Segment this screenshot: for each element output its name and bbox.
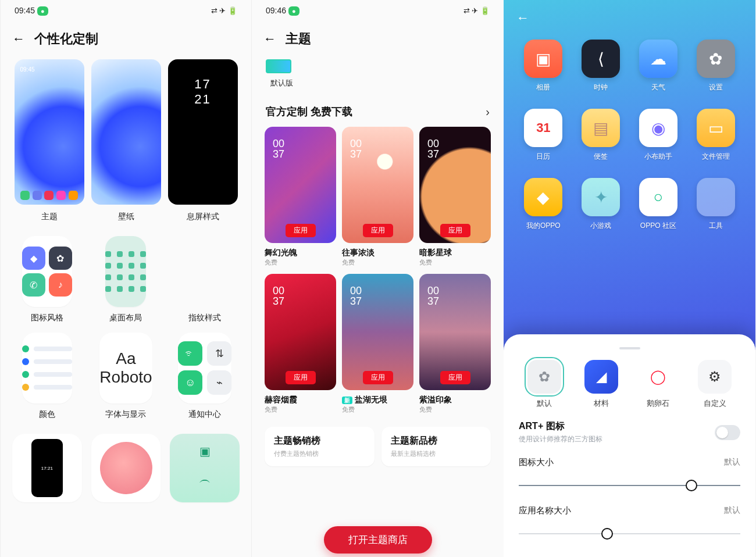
ring-icon: ◯ [641, 360, 675, 394]
gear-icon: ✿ [697, 40, 735, 78]
style-pebble[interactable]: ◯ 鹅卵石 [633, 360, 684, 409]
back-arrow-icon[interactable]: ← [263, 31, 276, 47]
icon-style-sheet: ✿ 默认 ◢ 材料 ◯ 鹅卵石 ⚙ 自定义 ART+ 图标 使用设计师推荐的三方… [504, 334, 755, 557]
icon-style-screen: ← ▣相册 ⟨时钟 ☁天气 ✿设置 31日历 ▤便签 ◉小布助手 ▭文件管理 ◆… [504, 0, 755, 557]
home-grid: ▣相册 ⟨时钟 ☁天气 ✿设置 31日历 ▤便签 ◉小布助手 ▭文件管理 ◆我的… [504, 35, 755, 231]
apply-button[interactable]: 应用 [440, 224, 470, 237]
app-myoppo[interactable]: ◆我的OPPO [520, 178, 567, 231]
app-assistant[interactable]: ◉小布助手 [635, 109, 682, 162]
assistant-icon: ◉ [639, 109, 677, 147]
page-title: 个性化定制 [34, 30, 98, 48]
slider-track[interactable] [519, 479, 740, 492]
app-community[interactable]: ○OPPO 社区 [635, 178, 682, 231]
app-notes[interactable]: ▤便签 [577, 109, 625, 162]
theme-card[interactable]: 00 37 应用 往事浓淡 免费 [342, 127, 413, 267]
data-icon: ⇅ [207, 341, 231, 366]
aod-clock: 17 21 [194, 77, 211, 107]
tile-color[interactable]: 颜色 [12, 333, 82, 420]
tile-aod[interactable]: 17 21 息屏样式 [168, 59, 238, 222]
theme-tabs: 默认版 [252, 59, 504, 91]
app-files[interactable]: ▭文件管理 [692, 109, 739, 162]
theme-card[interactable]: 00 37 应用 新盐湖无垠 免费 [342, 274, 413, 414]
status-badge-icon: ● [37, 6, 48, 16]
tile-theme[interactable]: 09:45 主题 [15, 59, 84, 222]
app-gallery[interactable]: ▣相册 [520, 40, 567, 92]
notes-icon: ▤ [582, 109, 620, 147]
apply-button[interactable]: 应用 [286, 371, 316, 384]
header: ← 个性化定制 [1, 21, 251, 59]
back-arrow-icon[interactable]: ← [12, 31, 25, 47]
app-calendar[interactable]: 31日历 [520, 109, 567, 162]
tile-font[interactable]: Aa Roboto 字体与显示 [91, 333, 161, 420]
status-badge-icon: ● [288, 6, 299, 16]
new-tag: 新 [342, 397, 352, 404]
status-icons: ⇄ ✈ 🔋 [211, 6, 237, 15]
apply-button[interactable]: 应用 [286, 224, 316, 237]
tile-icon-style[interactable]: ◆✿✆♪ 图标风格 [12, 236, 82, 323]
tile-layout[interactable]: 桌面布局 [91, 236, 161, 323]
page-title: 主题 [286, 30, 311, 48]
theme-screen: 09:46 ● ⇄ ✈ 🔋 ← 主题 默认版 官方定制 免费下载 › 00 37… [252, 0, 504, 557]
clock: 09:46 [266, 6, 286, 15]
video-icon: ▣ [199, 444, 211, 458]
drag-handle[interactable] [619, 347, 640, 349]
theme-card[interactable]: 00 37 应用 赫容烟霞 免费 [265, 274, 336, 414]
tile-fingerprint[interactable]: 指纹样式 [170, 236, 240, 323]
app-settings[interactable]: ✿设置 [692, 40, 739, 92]
header: ← 主题 [252, 21, 504, 59]
folder-icon: ▭ [697, 109, 735, 147]
tile-ringtone[interactable] [91, 434, 161, 502]
icon-size-slider: 图标大小 默认 [519, 457, 740, 492]
section-header[interactable]: 官方定制 免费下载 › [252, 91, 504, 127]
app-name-size-slider: 应用名称大小 默认 [519, 505, 740, 541]
sliders-icon: ⚙ [698, 360, 732, 394]
status-bar: 09:45 ● ⇄ ✈ 🔋 [1, 0, 251, 21]
theme-card[interactable]: 00 37 应用 暗影星球 免费 [419, 127, 491, 267]
profile-icon: ☺ [178, 370, 202, 395]
tile-quick-settings[interactable]: ᯤ ⇅ ☺ ⌁ 通知中心 [170, 333, 240, 420]
tile-wallpaper[interactable]: 壁纸 [91, 59, 161, 222]
hangup-icon: ⏜ [199, 479, 210, 492]
theme-card[interactable]: 00 37 应用 舞幻光魄 免费 [265, 127, 336, 267]
style-material[interactable]: ◢ 材料 [576, 360, 627, 409]
app-tools-folder[interactable]: 工具 [692, 178, 739, 231]
open-theme-store-button[interactable]: 打开主题商店 [324, 526, 432, 554]
slider-track[interactable] [519, 527, 740, 541]
style-default[interactable]: ✿ 默认 [519, 360, 570, 409]
diamond-icon: ◆ [524, 178, 562, 216]
apply-button[interactable]: 应用 [363, 224, 393, 237]
rank-bestseller[interactable]: 主题畅销榜 付费主题热销榜 [265, 427, 375, 466]
gear-icon: ✿ [527, 360, 561, 394]
art-plus-row: ART+ 图标 使用设计师推荐的三方图标 [519, 420, 740, 444]
games-icon: ✦ [582, 178, 620, 216]
clock-icon: ⟨ [582, 40, 620, 78]
circle-icon: ○ [639, 178, 677, 216]
clock: 09:45 [15, 6, 35, 15]
art-plus-toggle[interactable] [715, 425, 740, 440]
mock-clock: 09:45 [20, 66, 35, 73]
style-custom[interactable]: ⚙ 自定义 [689, 360, 740, 409]
weather-icon: ☁ [639, 40, 677, 78]
gallery-icon: ▣ [524, 40, 562, 78]
app-weather[interactable]: ☁天气 [635, 40, 682, 92]
apply-button[interactable]: 应用 [363, 371, 393, 384]
material-icon: ◢ [584, 360, 618, 394]
app-clock[interactable]: ⟨时钟 [577, 40, 625, 92]
wifi-icon: ᯤ [178, 341, 202, 366]
tile-video-call[interactable]: ▣⏜ [170, 434, 240, 502]
bluetooth-icon: ⌁ [207, 370, 231, 395]
apply-button[interactable]: 应用 [440, 371, 470, 384]
personalization-screen: 09:45 ● ⇄ ✈ 🔋 ← 个性化定制 09:45 主题 壁纸 17 21 … [0, 0, 252, 557]
chevron-right-icon[interactable]: › [486, 105, 490, 119]
back-arrow-icon[interactable]: ← [516, 10, 529, 26]
app-games[interactable]: ✦小游戏 [577, 178, 625, 231]
folder-grid-icon [697, 178, 735, 216]
tab-default[interactable]: 默认版 [266, 59, 297, 88]
rank-new[interactable]: 主题新品榜 最新主题精选榜 [381, 427, 491, 466]
tile-aod-small[interactable]: 17:21 [12, 434, 82, 502]
status-bar: 09:46 ● ⇄ ✈ 🔋 [252, 0, 504, 21]
status-icons: ⇄ ✈ 🔋 [463, 6, 490, 15]
theme-card[interactable]: 00 37 应用 紫溢印象 免费 [419, 274, 491, 414]
calendar-icon: 31 [524, 109, 562, 147]
theme-grid: 00 37 应用 舞幻光魄 免费 00 37 应用 往事浓淡 免费 00 37 … [252, 127, 504, 414]
